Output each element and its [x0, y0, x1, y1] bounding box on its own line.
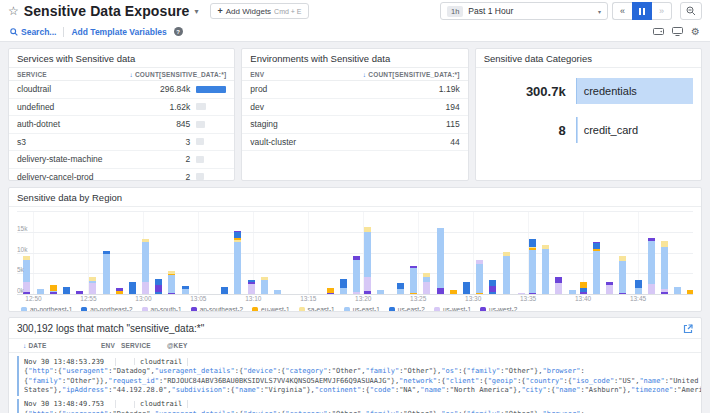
- table-row[interactable]: prod1.19k: [242, 81, 467, 99]
- chart-bar[interactable]: [397, 283, 404, 294]
- chart-bar[interactable]: [261, 277, 268, 294]
- legend-item[interactable]: us-west-1: [434, 306, 471, 312]
- chart-bar[interactable]: [648, 238, 655, 294]
- table-row[interactable]: delivery-state-machine2: [9, 151, 234, 169]
- chart-bar[interactable]: [476, 260, 483, 294]
- legend-item[interactable]: eu-west-1: [252, 306, 290, 312]
- logs-col-key[interactable]: @KEY: [167, 342, 188, 349]
- chart-bar[interactable]: [353, 256, 360, 294]
- log-meta-row: Nov 30 13:48:53.239cloudtrail: [24, 356, 701, 367]
- add-template-variables-link[interactable]: Add Template Variables: [71, 27, 166, 37]
- search-link[interactable]: Search...: [10, 27, 56, 37]
- chart-bar[interactable]: [555, 277, 562, 294]
- chart-bar[interactable]: [463, 282, 470, 294]
- zoom-out-button[interactable]: [680, 2, 702, 20]
- services-widget-title: Services with Sensitive data: [9, 49, 234, 68]
- chart-bar[interactable]: [364, 227, 371, 294]
- chart-bar[interactable]: [182, 286, 189, 294]
- add-widgets-button[interactable]: + Add Widgets Cmd + E: [210, 3, 308, 19]
- chart-bar[interactable]: [129, 282, 136, 294]
- chart-bar[interactable]: [542, 245, 549, 294]
- log-entry[interactable]: Nov 30 13:48:53.239cloudtrail{"http":{"u…: [17, 356, 701, 396]
- logs-col-service[interactable]: SERVICE: [121, 342, 167, 349]
- chart-bar[interactable]: [63, 287, 70, 294]
- chart-bar[interactable]: [116, 288, 123, 294]
- legend-item[interactable]: us-east-1: [344, 306, 380, 312]
- tv-mode-icon[interactable]: [653, 27, 664, 36]
- legend-item[interactable]: ap-southeast-2: [191, 306, 243, 312]
- count-bar: [196, 138, 226, 145]
- chart-bar[interactable]: [155, 279, 162, 294]
- table-row[interactable]: delivery-cancel-prod2: [9, 169, 234, 182]
- logs-col-env[interactable]: ENV: [101, 342, 121, 349]
- chart-bar[interactable]: [593, 242, 600, 294]
- region-chart-plot[interactable]: 0k5k10k15k20k: [17, 211, 693, 295]
- legend-item[interactable]: ap-northeast-2: [81, 306, 132, 312]
- chart-bar[interactable]: [503, 252, 510, 294]
- chart-bar[interactable]: [437, 228, 444, 294]
- chart-bar[interactable]: [635, 280, 642, 294]
- chart-bar[interactable]: [340, 279, 347, 294]
- region-chart-legend: ap-northeast-1ap-northeast-2ap-south-1ap…: [17, 304, 693, 312]
- environments-col-count[interactable]: ↓ COUNT[SENSITIVE_DATA:*]: [363, 71, 460, 78]
- favorite-star-icon[interactable]: ☆: [8, 4, 19, 18]
- chart-bar[interactable]: [619, 256, 626, 294]
- legend-item[interactable]: ap-south-1: [142, 306, 182, 312]
- chart-bar[interactable]: [327, 288, 334, 294]
- chart-bar[interactable]: [529, 239, 536, 294]
- chart-bar[interactable]: [248, 280, 255, 294]
- chart-bar[interactable]: [606, 282, 613, 294]
- log-entry[interactable]: Nov 30 13:48:49.753cloudtrail{"http":{"u…: [17, 399, 701, 413]
- services-col-service[interactable]: SERVICE: [17, 71, 47, 78]
- chart-bar[interactable]: [23, 256, 30, 294]
- chart-bar[interactable]: [674, 287, 681, 294]
- categories-toplist: 300.7kcredentials8credit_card: [476, 68, 701, 143]
- table-row[interactable]: staging115: [242, 116, 467, 134]
- chart-bar[interactable]: [89, 277, 96, 294]
- chart-bar[interactable]: [450, 290, 457, 294]
- legend-item[interactable]: us-west-2: [480, 306, 517, 312]
- logs-col-date[interactable]: ↓ DATE: [23, 342, 101, 349]
- table-row[interactable]: dev194: [242, 99, 467, 117]
- help-icon[interactable]: ?: [174, 27, 183, 36]
- open-in-log-explorer-icon[interactable]: [683, 324, 693, 334]
- table-row[interactable]: vault-cluster44: [242, 134, 467, 152]
- time-back-button[interactable]: «: [612, 2, 632, 20]
- chart-bar[interactable]: [234, 231, 241, 294]
- chart-bar[interactable]: [377, 290, 384, 294]
- legend-item[interactable]: us-east-2: [389, 306, 425, 312]
- chart-bar[interactable]: [76, 291, 83, 294]
- legend-item[interactable]: ap-northeast-1: [21, 306, 72, 312]
- chart-bar[interactable]: [423, 273, 430, 294]
- fullscreen-icon[interactable]: [672, 27, 683, 36]
- toplist-row[interactable]: 300.7kcredentials: [476, 78, 693, 104]
- chart-bar[interactable]: [221, 287, 228, 294]
- table-row[interactable]: s33: [9, 134, 234, 152]
- chart-bar[interactable]: [580, 282, 587, 294]
- chart-bar[interactable]: [410, 266, 417, 294]
- time-range-picker[interactable]: 1h Past 1 Hour ▾: [440, 2, 608, 20]
- pause-button[interactable]: [632, 2, 652, 20]
- chart-bar[interactable]: [37, 289, 44, 294]
- legend-item[interactable]: sa-east-1: [299, 306, 335, 312]
- chart-bar[interactable]: [142, 239, 149, 294]
- chart-bar[interactable]: [168, 271, 175, 294]
- chart-bar[interactable]: [274, 290, 281, 294]
- table-row[interactable]: cloudtrail296.84k: [9, 81, 234, 99]
- title-chevron-down-icon[interactable]: ▾: [194, 7, 198, 16]
- chart-bar[interactable]: [569, 290, 576, 294]
- services-col-count[interactable]: ↓ COUNT[SENSITIVE_DATA:*]: [129, 71, 226, 78]
- gear-icon[interactable]: ⚙: [691, 27, 700, 37]
- environments-col-env[interactable]: ENV: [250, 71, 264, 78]
- chart-bar[interactable]: [518, 293, 525, 294]
- chart-bar[interactable]: [103, 251, 110, 294]
- toplist-row[interactable]: 8credit_card: [476, 117, 693, 143]
- chart-bar[interactable]: [489, 280, 496, 295]
- time-forward-button[interactable]: »: [652, 2, 672, 20]
- chart-bar[interactable]: [50, 285, 57, 294]
- chart-bar[interactable]: [661, 241, 668, 294]
- table-row[interactable]: auth-dotnet845: [9, 116, 234, 134]
- table-row[interactable]: undefined1.62k: [9, 99, 234, 117]
- x-axis-label: 13:45: [630, 295, 646, 302]
- chart-bar[interactable]: [687, 290, 693, 294]
